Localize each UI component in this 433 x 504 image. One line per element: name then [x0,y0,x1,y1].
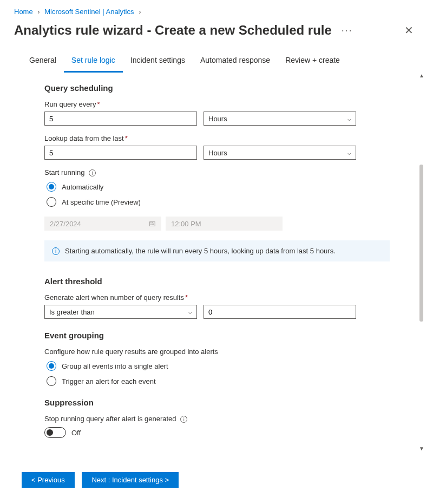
section-query-scheduling: Query scheduling [44,83,390,93]
scroll-down-icon[interactable]: ▼ [419,446,424,451]
section-alert-threshold: Alert threshold [44,277,390,286]
radio-icon [47,361,56,371]
section-event-grouping: Event grouping [44,331,390,340]
bc-sentinel[interactable]: Microsoft Sentinel | Analytics [44,8,134,16]
scrollbar-thumb[interactable] [419,165,423,322]
footer: < Previous Next : Incident settings > [0,463,433,504]
radio-automatically[interactable]: Automatically [47,182,390,192]
radio-specific-time[interactable]: At specific time (Preview) [47,197,390,207]
radio-trigger-each-event[interactable]: Trigger an alert for each event [47,376,390,386]
tab-review-create[interactable]: Review + create [278,51,347,73]
info-icon: i [52,247,60,255]
toggle-suppression[interactable] [44,427,66,438]
chevron-right-icon: › [37,8,40,16]
input-threshold-value[interactable] [204,305,356,319]
tab-set-rule-logic[interactable]: Set rule logic [64,51,123,73]
more-icon[interactable]: ··· [342,25,353,36]
label-lookup: Lookup data from the last* [44,134,390,142]
tab-automated-response[interactable]: Automated response [193,51,278,73]
label-run-every: Run query every* [44,100,390,108]
radio-icon [47,376,56,386]
calendar-icon: 📅︎ [148,219,156,228]
scroll-up-icon[interactable]: ▲ [419,73,424,78]
select-lookup-unit[interactable]: Hours ⌵ [204,146,356,160]
radio-icon [47,182,56,192]
chevron-down-icon: ⌵ [347,149,351,156]
toggle-state-label: Off [71,429,81,437]
info-banner: i Starting automatically, the rule will … [44,240,390,261]
radio-icon [47,197,56,207]
bc-home[interactable]: Home [14,8,33,16]
label-threshold: Generate alert when number of query resu… [44,293,390,302]
breadcrumb: Home › Microsoft Sentinel | Analytics › [0,0,433,19]
label-start-running: Start running i [44,168,390,176]
info-icon[interactable]: i [180,416,187,423]
section-suppression: Suppression [44,398,390,407]
label-suppression: Stop running query after alert is genera… [44,415,390,423]
next-button[interactable]: Next : Incident settings > [82,472,179,488]
tabs: General Set rule logic Incident settings… [0,46,433,73]
tab-general[interactable]: General [22,51,64,73]
close-icon[interactable]: ✕ [399,21,419,40]
tab-incident-settings[interactable]: Incident settings [123,51,193,73]
chevron-down-icon: ⌵ [188,309,192,316]
chevron-right-icon: › [139,8,141,16]
select-run-every-unit[interactable]: Hours ⌵ [204,112,356,126]
info-icon[interactable]: i [89,169,96,176]
previous-button[interactable]: < Previous [22,472,75,488]
select-threshold-operator[interactable]: Is greater than ⌵ [44,305,197,319]
input-start-date: 2/27/2024 📅︎ [44,217,161,231]
input-start-time: 12:00 PM [166,217,283,231]
page-title: Analytics rule wizard - Create a new Sch… [14,23,332,38]
chevron-down-icon: ⌵ [347,115,351,122]
input-run-every-value[interactable] [44,112,197,126]
label-grouping: Configure how rule query results are gro… [44,348,390,356]
input-lookup-value[interactable] [44,146,197,160]
radio-group-single-alert[interactable]: Group all events into a single alert [47,361,390,371]
